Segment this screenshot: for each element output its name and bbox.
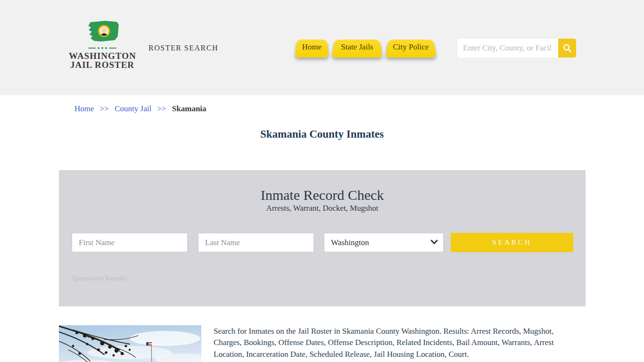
jail-photo-image <box>59 325 201 362</box>
breadcrumb-county-jail-link[interactable]: County Jail <box>115 104 151 113</box>
breadcrumb-home-link[interactable]: Home <box>74 104 94 113</box>
last-name-input[interactable] <box>198 233 314 252</box>
logo-divider <box>69 47 136 49</box>
nav-home-label: Home <box>302 42 322 51</box>
page-title: Skamania County Inmates <box>0 128 644 140</box>
panel-subtitle: Arrests, Warrant, Docket, Mugshot <box>59 204 586 213</box>
panel-title: Inmate Record Check <box>59 187 586 203</box>
search-icon <box>562 43 572 53</box>
header-search-button[interactable] <box>558 39 576 58</box>
breadcrumb-separator: >> <box>100 104 109 113</box>
breadcrumb: Home >> County Jail >> Skamania <box>74 104 206 114</box>
nav-home-button[interactable]: Home <box>295 37 329 58</box>
record-search-button[interactable]: SEARCH <box>451 233 573 252</box>
nav-city-police-button[interactable]: City Police <box>385 37 437 58</box>
page: WASHINGTON JAIL ROSTER ROSTER SEARCH Hom… <box>0 0 644 362</box>
site-tagline: ROSTER SEARCH <box>149 44 218 52</box>
logo-title-line2: JAIL ROSTER <box>69 60 136 69</box>
inmate-record-check-panel: Inmate Record Check Arrests, Warrant, Do… <box>59 170 586 306</box>
first-name-input[interactable] <box>72 233 188 252</box>
breadcrumb-current: Skamania <box>172 104 206 113</box>
nav-state-jails-label: State Jails <box>341 42 373 51</box>
jail-photo <box>59 325 201 362</box>
page-description: Search for Inmates on the Jail Roster in… <box>214 326 565 360</box>
logo-title-line1: WASHINGTON <box>69 51 136 60</box>
nav-city-police-label: City Police <box>393 42 429 51</box>
washington-state-icon <box>85 19 120 45</box>
header-search-input[interactable] <box>457 39 558 58</box>
state-select-wrap: Washington <box>324 233 444 252</box>
header: WASHINGTON JAIL ROSTER ROSTER SEARCH Hom… <box>0 0 644 95</box>
state-select[interactable]: Washington <box>324 233 444 252</box>
sponsored-results-label: Sponsored Results <box>72 274 127 282</box>
header-search <box>457 39 576 58</box>
site-logo[interactable]: WASHINGTON JAIL ROSTER <box>69 19 136 69</box>
nav-state-jails-button[interactable]: State Jails <box>331 37 383 58</box>
breadcrumb-separator: >> <box>157 104 166 113</box>
